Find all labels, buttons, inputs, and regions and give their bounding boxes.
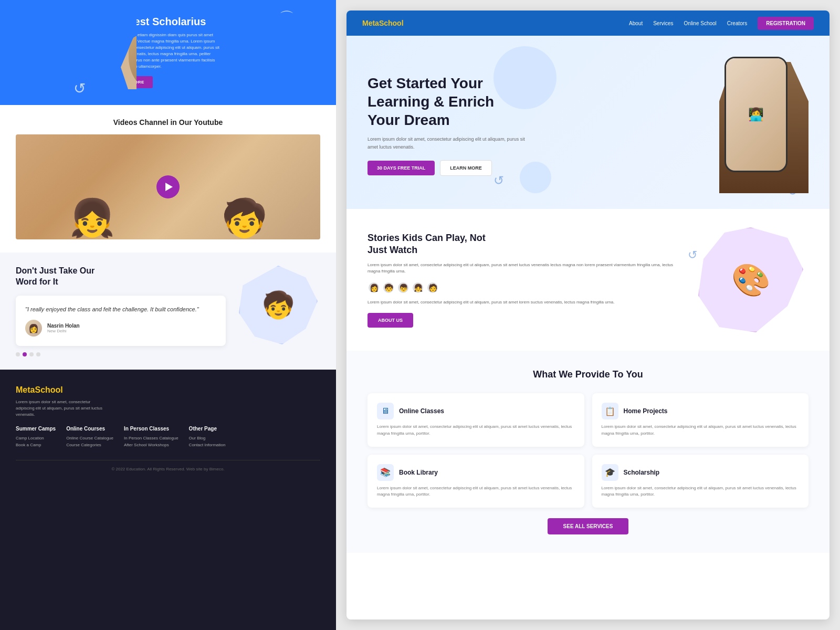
hero-blob-image: [16, 5, 136, 89]
card-header-home-projects: 📋 Home Projects: [602, 403, 800, 419]
footer-link-online-catalogue[interactable]: Online Course Catalogue: [66, 436, 113, 440]
phone-hand-container: 👩‍💻: [704, 57, 808, 193]
card-title-home-projects: Home Projects: [624, 407, 668, 415]
footer: MetaSchool Lorem ipsum dolor sit amet, c…: [0, 370, 336, 630]
testimonial-right: 🧒: [236, 266, 320, 344]
card-title-book-library: Book Library: [399, 469, 438, 476]
testimonial-section: Don't Just Take Our Word for It "I reall…: [0, 253, 336, 370]
footer-columns: Summer Camps Camp Location Book a Camp O…: [16, 426, 320, 449]
ms-stories-right: ↺ 🎨: [693, 227, 808, 332]
about-us-button[interactable]: ABOUT US: [368, 313, 413, 328]
avatar-1: 👩: [368, 281, 380, 294]
ms-stories-desc2: Lorem ipsum dolor sit amet, consectetur …: [368, 299, 677, 306]
card-icon-scholarship: 🎓: [602, 464, 618, 481]
footer-link-book-camp[interactable]: Book a Camp: [16, 443, 56, 447]
nav-link-online-school[interactable]: Online School: [684, 20, 717, 26]
dot-1[interactable]: [16, 352, 20, 356]
testimonial-card: "I really enjoyed the class and felt the…: [16, 296, 226, 346]
learn-more-hero-button[interactable]: LEARN MORE: [440, 160, 492, 176]
ms-navbar: MetaSchool About Services Online School …: [346, 10, 830, 36]
reviewer: 👩 Nasrin Holan New Delhi: [25, 320, 216, 337]
ms-provide-title: What We Provide To You: [368, 369, 808, 380]
dot-4[interactable]: [36, 352, 40, 356]
reviewer-avatar: 👩: [25, 320, 42, 337]
ms-hero-section: ↺ ↺ Get Started Your Learning & Enrich Y…: [346, 36, 830, 209]
stories-visual: ↺ 🎨: [698, 227, 803, 332]
right-panel: MetaSchool About Services Online School …: [336, 0, 840, 630]
deco-circle-2: [520, 162, 551, 193]
card-scholarship: 🎓 Scholarship Lorem ipsum dolor sit amet…: [592, 455, 809, 508]
card-icon-online-classes: 🖥: [377, 403, 394, 419]
card-icon-book-library: 📚: [377, 464, 394, 481]
card-desc-online-classes: Lorem ipsum dolor sit amet, consectetur …: [377, 424, 575, 437]
footer-copyright: © 2022 Education. All Rights Reserved. W…: [16, 460, 320, 471]
card-desc-scholarship: Lorem ipsum dolor sit amet, consectetur …: [602, 485, 800, 499]
card-header-scholarship: 🎓 Scholarship: [602, 464, 800, 481]
ms-logo: MetaSchool: [362, 19, 404, 27]
avatar-5: 🧑: [426, 281, 439, 294]
nav-link-about[interactable]: About: [629, 20, 643, 26]
testimonial-heading: Don't Just Take Our Word for It: [16, 266, 226, 288]
footer-link-course-categories[interactable]: Course Categories: [66, 443, 113, 447]
ms-nav-links: About Services Online School Creators RE…: [629, 17, 814, 30]
metaschool-site: MetaSchool About Services Online School …: [346, 10, 830, 620]
reviewer-name: Nasrin Holan: [47, 323, 80, 329]
see-all-services-button[interactable]: SEE ALL SERVICES: [548, 518, 629, 534]
deco-circle-1: [494, 46, 556, 109]
kid-figure-2: 🧒: [168, 134, 320, 239]
ms-stories-left: Stories Kids Can Play, Not Just Watch Lo…: [368, 232, 677, 328]
card-icon-home-projects: 📋: [602, 403, 618, 419]
stories-deco-curl: ↺: [688, 248, 697, 262]
ms-hero-right: 👩‍💻: [704, 57, 808, 193]
ms-cards-grid: 🖥 Online Classes Lorem ipsum dolor sit a…: [368, 393, 808, 508]
card-desc-home-projects: Lorem ipsum dolor sit amet, consectetur …: [602, 424, 800, 437]
phone-screen: 👩‍💻: [726, 58, 786, 171]
testimonial-left: Don't Just Take Our Word for It "I reall…: [16, 266, 226, 356]
card-header-book-library: 📚 Book Library: [377, 464, 575, 481]
ms-stories-avatars: 👩 🧒 👦 👧 🧑: [368, 281, 677, 294]
phone-mockup: 👩‍💻: [724, 57, 788, 172]
card-online-classes: 🖥 Online Classes Lorem ipsum dolor sit a…: [368, 393, 584, 447]
footer-link-after-school[interactable]: After School Workshops: [124, 443, 178, 447]
ms-hero-buttons: 30 DAYS FREE TRIAL LEARN MORE: [368, 160, 536, 176]
reviewer-role: New Delhi: [47, 329, 80, 333]
card-home-projects: 📋 Home Projects Lorem ipsum dolor sit am…: [592, 393, 809, 447]
footer-col-title-summer: Summer Camps: [16, 426, 56, 432]
footer-link-blog[interactable]: Our Blog: [189, 436, 226, 440]
footer-link-inperson-catalogue[interactable]: In Person Classes Catalogue: [124, 436, 178, 440]
card-book-library: 📚 Book Library Lorem ipsum dolor sit ame…: [368, 455, 584, 508]
footer-brand: MetaSchool: [16, 385, 320, 395]
videos-title: Videos Channel in Our Youtube: [16, 118, 320, 127]
footer-col-title-inperson: In Person Classes: [124, 426, 178, 432]
avatar-3: 👦: [397, 281, 410, 294]
footer-col-other: Other Page Our Blog Contact Information: [189, 426, 226, 449]
register-button[interactable]: REGISTRATION: [758, 17, 814, 30]
nav-link-creators[interactable]: Creators: [727, 20, 747, 26]
carousel-dots: [16, 352, 226, 356]
avatar-4: 👧: [412, 281, 424, 294]
footer-col-in-person: In Person Classes In Person Classes Cata…: [124, 426, 178, 449]
video-play-button[interactable]: [156, 175, 180, 198]
free-trial-button[interactable]: 30 DAYS FREE TRIAL: [368, 161, 435, 175]
kid-figure-1: 👧: [16, 134, 168, 239]
ms-stories-section: Stories Kids Can Play, Not Just Watch Lo…: [346, 209, 830, 351]
videos-section: Videos Channel in Our Youtube 👧 🧒: [0, 105, 336, 253]
left-panel: ⌒ ↺ The Best Scholarius Eget nulla facil…: [0, 0, 336, 630]
card-title-online-classes: Online Classes: [399, 407, 444, 415]
footer-link-contact[interactable]: Contact Information: [189, 443, 226, 447]
footer-col-title-online: Online Courses: [66, 426, 113, 432]
card-desc-book-library: Lorem ipsum dolor sit amet, consectetur …: [377, 485, 575, 499]
kids-playing-blob: 🧒: [239, 266, 318, 344]
nav-link-services[interactable]: Services: [653, 20, 673, 26]
footer-col-summer-camps: Summer Camps Camp Location Book a Camp: [16, 426, 56, 449]
footer-col-title-other: Other Page: [189, 426, 226, 432]
footer-desc: Lorem ipsum dolor sit amet, consectetur …: [16, 399, 110, 418]
card-title-scholarship: Scholarship: [624, 469, 660, 476]
card-header-online-classes: 🖥 Online Classes: [377, 403, 575, 419]
footer-col-online-courses: Online Courses Online Course Catalogue C…: [66, 426, 113, 449]
video-thumbnail[interactable]: 👧 🧒: [16, 134, 320, 239]
footer-link-camp-location[interactable]: Camp Location: [16, 436, 56, 440]
avatar-2: 🧒: [382, 281, 395, 294]
dot-3[interactable]: [29, 352, 34, 356]
dot-2-active[interactable]: [23, 352, 27, 356]
